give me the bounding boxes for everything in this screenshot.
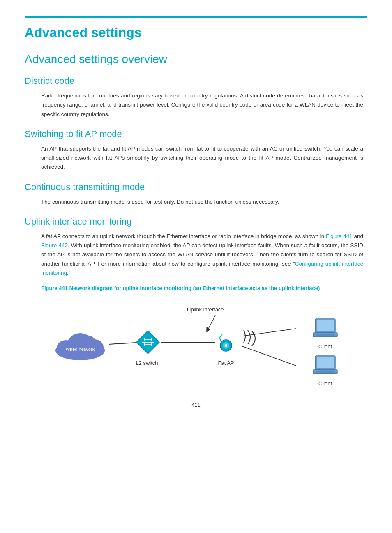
diagram-area: Uplink interface Wired network (41, 299, 363, 389)
uplink-text-2: and (353, 233, 363, 239)
section-title-uplink: Uplink interface monitoring (25, 216, 367, 227)
svg-rect-29 (316, 334, 334, 336)
client1-label: Client (312, 343, 339, 350)
district-code-body: Radio frequencies for countries and regi… (41, 91, 363, 119)
figure441-link[interactable]: Figure 441 (326, 233, 353, 239)
figure442-link[interactable]: Figure 442 (41, 242, 68, 248)
svg-rect-27 (317, 320, 334, 331)
client1-icon (312, 315, 339, 342)
svg-point-25 (225, 344, 227, 347)
wired-network-cloud: Wired network (53, 328, 107, 361)
header-rule (25, 16, 367, 18)
figure-caption: Figure 441 Network diagram for uplink in… (41, 284, 363, 292)
section-title-continuous: Continuous transmitting mode (25, 182, 367, 192)
ap-label: Fat AP (212, 360, 240, 366)
client2-label: Client (312, 380, 339, 387)
page-number: 411 (25, 402, 367, 408)
uplink-body: A fat AP connects to an uplink network t… (41, 232, 363, 278)
uplink-text-4: ." (67, 270, 71, 276)
section-title-district: District code (25, 76, 367, 86)
switch-label: L2 switch (127, 360, 166, 366)
fat-ap-icon (214, 330, 238, 355)
svg-rect-33 (316, 371, 334, 373)
uplink-text-1: A fat AP connects to an uplink network t… (41, 233, 326, 239)
wifi-waves-icon (240, 330, 262, 355)
section-title-overview: Advanced settings overview (25, 53, 367, 66)
svg-text:Wired network: Wired network (66, 347, 95, 352)
svg-line-2 (109, 343, 136, 344)
svg-rect-31 (317, 357, 334, 368)
section-title-switching: Switching to fit AP mode (25, 129, 367, 139)
l2-switch-icon (136, 330, 160, 355)
page-title: Advanced settings (25, 25, 367, 40)
continuous-body: The continuous transmitting mode is used… (41, 197, 363, 206)
switching-body: An AP that supports the fat and fit AP m… (41, 144, 363, 172)
client2-icon (312, 352, 339, 379)
